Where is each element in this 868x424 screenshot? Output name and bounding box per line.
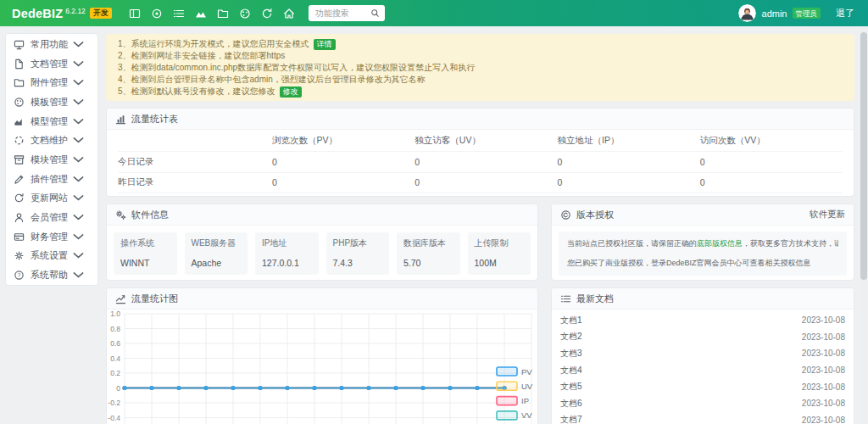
- target-icon[interactable]: [151, 8, 163, 20]
- alert-action-badge[interactable]: 修改: [280, 86, 302, 98]
- sidebar-item-6[interactable]: 文档维护: [6, 131, 97, 150]
- doc-list-item[interactable]: 文档52023-10-08: [552, 378, 854, 395]
- latest-docs-title: 最新文档: [576, 293, 614, 305]
- software-info-value: 5.70: [403, 258, 453, 268]
- folder-icon[interactable]: [217, 8, 229, 20]
- doc-list-item[interactable]: 文档22023-10-08: [552, 329, 854, 346]
- search-input[interactable]: [314, 8, 370, 19]
- software-info-label: PHP版本: [333, 237, 383, 249]
- sidebar-item-11[interactable]: 财务管理: [6, 227, 97, 247]
- software-info-label: IP地址: [262, 237, 312, 249]
- scrollbar-thumb[interactable]: [860, 32, 867, 280]
- sidebar-item-12[interactable]: 系统设置: [6, 247, 97, 266]
- traffic-chart-header: 流量统计图: [107, 288, 537, 310]
- traffic-chart-card: 流量统计图 1.00.80.60.40.20-0.2-0.4PVUVIPVV: [106, 287, 538, 424]
- doc-list-item[interactable]: 文档72023-10-08: [552, 412, 854, 424]
- doc-title: 文档7: [560, 414, 582, 424]
- doc-title: 文档5: [560, 381, 582, 393]
- refresh-icon: [14, 192, 25, 204]
- software-info-value: WINNT: [120, 258, 170, 268]
- alert-text: 1、系统运行环境为开发模式，建议您启用安全模式: [118, 38, 309, 50]
- license-title: 版本授权: [576, 209, 614, 221]
- sidebar-item-13[interactable]: ?系统帮助: [6, 265, 97, 285]
- chevron-down-icon: [73, 212, 84, 223]
- table-column-header: 独立访客（UV）: [415, 130, 557, 152]
- software-info-label: 数据库版本: [403, 237, 453, 249]
- table-corner-cell: [118, 130, 272, 152]
- software-info-value: Apache: [192, 258, 242, 268]
- doc-list-item[interactable]: 文档42023-10-08: [552, 362, 854, 379]
- document-icon: [14, 59, 25, 70]
- chevron-down-icon: [73, 97, 84, 108]
- traffic-stats-title: 流量统计表: [131, 113, 178, 126]
- software-info-label: 上传限制: [475, 237, 525, 249]
- value-cell: 0: [700, 152, 843, 173]
- software-update-link[interactable]: 软件更新: [810, 209, 845, 220]
- doc-date: 2023-10-08: [802, 416, 845, 424]
- list-icon: [560, 293, 571, 304]
- value-cell: 0: [700, 193, 843, 197]
- search-icon: [370, 8, 380, 18]
- sidebar-menu: 常用功能文档管理附件管理模板管理模型管理文档维护模块管理插件管理更新网站会员管理…: [5, 33, 98, 286]
- svg-text:VV: VV: [521, 410, 532, 420]
- chevron-down-icon: [73, 232, 84, 243]
- value-cell: 0: [272, 193, 415, 197]
- sidebar-item-label: 常用功能: [31, 38, 73, 51]
- software-info-value: 7.4.3: [333, 258, 383, 268]
- sidebar-item-8[interactable]: 插件管理: [6, 170, 97, 189]
- sidebar-item-5[interactable]: 模型管理: [6, 112, 97, 131]
- sidebar-item-1[interactable]: 常用功能: [6, 35, 97, 54]
- value-cell: 0: [415, 172, 557, 193]
- svg-text:UV: UV: [521, 382, 533, 391]
- chevron-down-icon: [73, 77, 84, 88]
- svg-text:0.4: 0.4: [110, 354, 120, 363]
- copyright-icon: [560, 209, 571, 220]
- palette-icon[interactable]: [239, 8, 251, 20]
- doc-title: 文档2: [560, 331, 582, 343]
- mountain-chart-icon[interactable]: [195, 8, 207, 20]
- doc-list-item[interactable]: 文档62023-10-08: [552, 395, 854, 412]
- logout-link[interactable]: 退了: [836, 7, 854, 20]
- chevron-down-icon: [73, 59, 84, 70]
- software-info-value: 127.0.0.1: [262, 258, 312, 268]
- doc-list-item[interactable]: 文档12023-10-08: [552, 312, 854, 329]
- sidebar-item-2[interactable]: 文档管理: [6, 54, 97, 74]
- credit-card-icon: [14, 232, 25, 243]
- svg-text:0.6: 0.6: [110, 339, 120, 348]
- sidebar-item-4[interactable]: 模板管理: [6, 92, 97, 112]
- alert-action-badge[interactable]: 详情: [314, 39, 336, 50]
- license-text: ，获取更多官方技术支持，请选择: [743, 239, 838, 248]
- license-card: 版本授权 软件更新 当前站点已授权社区版，请保留正确的底部版权信息，获取更多官方…: [551, 204, 854, 281]
- chevron-down-icon: [73, 192, 84, 204]
- sidebar-item-7[interactable]: 模块管理: [6, 150, 97, 170]
- traffic-stats-table: 浏览次数（PV）独立访客（UV）独立地址（IP）访问次数（VV）今日记录0000…: [118, 130, 843, 197]
- home-icon[interactable]: [283, 8, 295, 20]
- sidebar-item-label: 文档维护: [31, 134, 73, 147]
- cogs-icon: [115, 209, 126, 220]
- sidebar-item-3[interactable]: 附件管理: [6, 73, 97, 92]
- alert-text: 2、检测到网址非安全链接，建议您部署https: [118, 50, 285, 62]
- help-icon: ?: [14, 270, 25, 281]
- software-info-title: 软件信息: [131, 209, 169, 221]
- traffic-stats-card: 流量统计表 浏览次数（PV）独立访客（UV）独立地址（IP）访问次数（VV）今日…: [106, 108, 854, 197]
- doc-date: 2023-10-08: [802, 315, 845, 325]
- software-info-label: 操作系统: [120, 237, 170, 249]
- sidebar-item-label: 系统设置: [31, 249, 73, 262]
- refresh-icon[interactable]: [261, 8, 273, 20]
- value-cell: 0: [272, 152, 415, 173]
- license-content: 当前站点已授权社区版，请保留正确的底部版权信息，获取更多官方技术支持，请选择商业…: [559, 232, 847, 276]
- doc-title: 文档4: [560, 365, 582, 377]
- sidebar-item-10[interactable]: 会员管理: [6, 208, 97, 227]
- sidebar-item-9[interactable]: 更新网站: [6, 189, 97, 209]
- table-row: 昨日记录0000: [118, 172, 843, 193]
- avatar[interactable]: [738, 4, 756, 22]
- software-info-box: IP地址127.0.0.1: [255, 232, 319, 275]
- monitor-icon: [14, 39, 25, 50]
- search-box: [309, 5, 385, 21]
- alert-line: 1、系统运行环境为开发模式，建议您启用安全模式详情: [118, 38, 843, 50]
- doc-list-item[interactable]: 文档32023-10-08: [552, 345, 854, 362]
- folder-icon: [14, 77, 25, 88]
- list-icon[interactable]: [173, 8, 185, 20]
- panel-icon[interactable]: [129, 8, 141, 20]
- license-link[interactable]: 底部版权信息: [697, 239, 743, 248]
